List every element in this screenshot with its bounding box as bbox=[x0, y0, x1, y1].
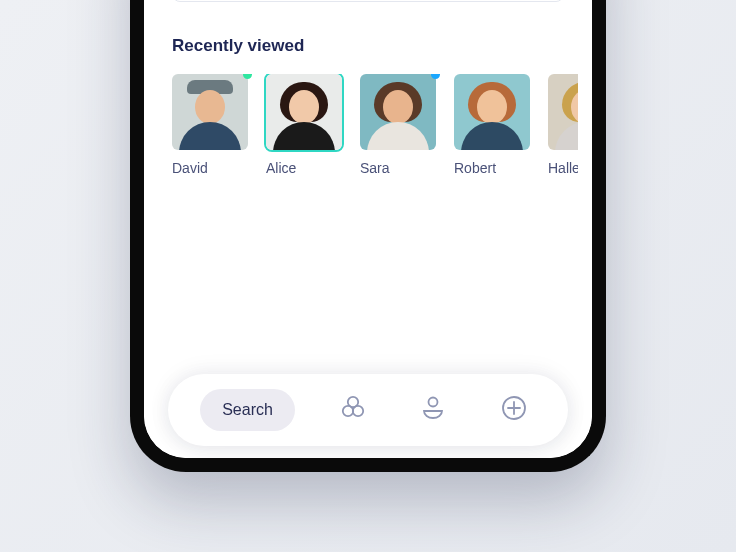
phone-screen: By office Recently viewed DavidAliceSara… bbox=[144, 0, 592, 458]
person-card[interactable]: David bbox=[172, 74, 248, 176]
filter-card: By office bbox=[172, 0, 564, 2]
person-name: David bbox=[172, 160, 248, 176]
person-name: Sara bbox=[360, 160, 436, 176]
avatar-image bbox=[454, 74, 530, 150]
phone-frame: By office Recently viewed DavidAliceSara… bbox=[130, 0, 606, 472]
profile-icon bbox=[418, 393, 448, 427]
tab-groups[interactable] bbox=[331, 388, 375, 432]
avatar[interactable] bbox=[266, 74, 342, 150]
plus-circle-icon bbox=[499, 393, 529, 427]
groups-icon bbox=[338, 393, 368, 427]
recently-viewed-list[interactable]: DavidAliceSaraRobertHalle bbox=[158, 74, 578, 176]
tab-search-label: Search bbox=[222, 401, 273, 418]
tab-search[interactable]: Search bbox=[200, 389, 295, 431]
status-dot bbox=[243, 74, 252, 79]
phone-mockup: By office Recently viewed DavidAliceSara… bbox=[130, 0, 606, 472]
person-card[interactable]: Alice bbox=[266, 74, 342, 176]
avatar[interactable] bbox=[172, 74, 248, 150]
svg-point-3 bbox=[429, 398, 438, 407]
svg-point-2 bbox=[353, 406, 363, 416]
avatar[interactable] bbox=[360, 74, 436, 150]
person-card[interactable]: Robert bbox=[454, 74, 530, 176]
svg-point-1 bbox=[343, 406, 353, 416]
person-name: Halle bbox=[548, 160, 578, 176]
app-screen: By office Recently viewed DavidAliceSara… bbox=[144, 0, 592, 458]
tab-profile[interactable] bbox=[411, 388, 455, 432]
person-name: Alice bbox=[266, 160, 342, 176]
status-dot bbox=[431, 74, 440, 79]
person-name: Robert bbox=[454, 160, 530, 176]
tabbar: Search bbox=[168, 374, 568, 446]
avatar-image bbox=[266, 74, 342, 150]
tabbar-container: Search bbox=[158, 374, 578, 458]
avatar-image bbox=[360, 74, 436, 150]
avatar-image bbox=[172, 74, 248, 150]
filter-row-by-office[interactable]: By office bbox=[173, 0, 563, 1]
person-card[interactable]: Sara bbox=[360, 74, 436, 176]
avatar[interactable] bbox=[454, 74, 530, 150]
person-card[interactable]: Halle bbox=[548, 74, 578, 176]
tab-add[interactable] bbox=[492, 388, 536, 432]
avatar-image bbox=[548, 74, 578, 150]
avatar[interactable] bbox=[548, 74, 578, 150]
section-title-recently-viewed: Recently viewed bbox=[172, 36, 564, 56]
